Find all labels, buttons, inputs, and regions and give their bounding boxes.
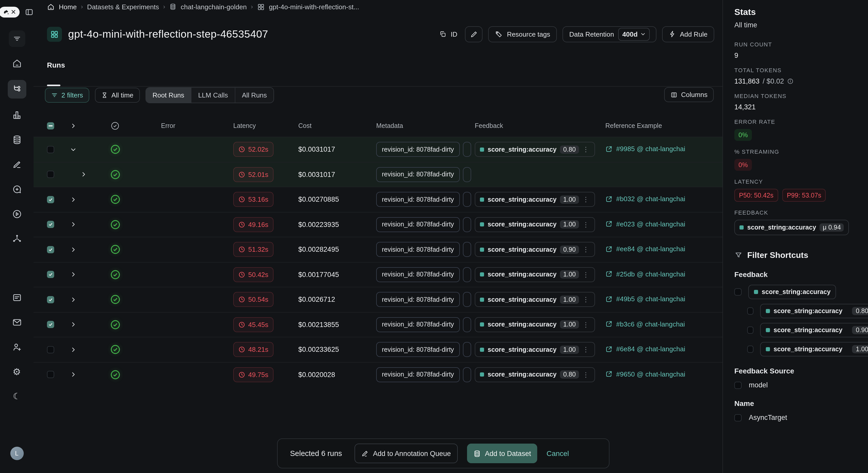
select-all-checkbox[interactable]	[47, 122, 54, 129]
metadata-pill[interactable]: revision_id: 8078fad-dirty	[376, 192, 460, 207]
settings-gear-icon[interactable]: ⚙	[8, 364, 25, 380]
reference-example-link[interactable]: #b032 @ chat-langchai	[605, 195, 685, 203]
feedback-pill[interactable]: score_string:accuracy 1.00 ⋮	[475, 192, 595, 207]
filter-checkbox[interactable]	[734, 381, 742, 389]
row-checkbox[interactable]	[47, 171, 54, 178]
reference-example-link[interactable]: #9650 @ chat-langchai	[605, 370, 685, 378]
breadcrumb-datasets-experiments[interactable]: Datasets & Experiments	[87, 3, 159, 10]
table-row[interactable]: 48.21s $0.00233625 revision_id: 8078fad-…	[34, 337, 722, 362]
table-row[interactable]: 50.42s $0.00177045 revision_id: 8078fad-…	[34, 262, 722, 287]
table-row[interactable]: 50.54s $0.0026712 revision_id: 8078fad-d…	[34, 287, 722, 312]
feedback-filter-pill[interactable]: score_string:accuracy 1.00	[760, 342, 868, 356]
filter-checkbox[interactable]	[747, 308, 753, 315]
filters-button[interactable]: 2 filters	[45, 88, 89, 102]
expand-chevron[interactable]	[70, 347, 76, 353]
expand-chevron[interactable]	[81, 171, 87, 178]
expand-chevron[interactable]	[70, 222, 76, 228]
metadata-pill[interactable]: revision_id: 8078fad-dirty	[376, 267, 460, 282]
dark-mode-moon-icon[interactable]: ☾	[8, 388, 25, 405]
more-options-icon[interactable]: ⋮	[583, 296, 590, 304]
row-checkbox[interactable]	[47, 196, 54, 203]
expand-chevron[interactable]	[70, 322, 76, 328]
table-row[interactable]: 52.02s $0.0031017 revision_id: 8078fad-d…	[34, 137, 722, 162]
feedback-summary-pill[interactable]: score_string:accuracy μ 0.94	[734, 220, 849, 235]
filter-checkbox[interactable]	[747, 346, 753, 353]
metadata-pill[interactable]: revision_id: 8078fad-dirty	[376, 242, 460, 257]
segment-all-runs[interactable]: All Runs	[235, 88, 274, 102]
more-options-icon[interactable]: ⋮	[583, 246, 590, 254]
copy-id-button[interactable]: ID	[437, 26, 460, 42]
add-to-annotation-queue-button[interactable]: Add to Annotation Queue	[354, 444, 458, 463]
expand-chevron[interactable]	[70, 147, 76, 153]
sidebar-item-datasets[interactable]	[8, 131, 25, 148]
more-options-icon[interactable]: ⋮	[583, 221, 590, 228]
feedback-pill[interactable]: score_string:accuracy 0.80 ⋮	[475, 142, 595, 157]
sidebar-item-mail[interactable]	[8, 314, 25, 330]
reference-example-link[interactable]: #6e84 @ chat-langchai	[605, 345, 685, 353]
reference-example-link[interactable]: #9985 @ chat-langchai	[605, 145, 685, 153]
filter-checkbox[interactable]	[734, 288, 742, 295]
edit-title-button[interactable]	[465, 26, 483, 42]
sidebar-item-monitoring[interactable]	[8, 107, 25, 123]
metadata-pill[interactable]: revision_id: 8078fad-dirty	[376, 217, 460, 232]
row-checkbox[interactable]	[47, 296, 54, 303]
segment-llm-calls[interactable]: LLM Calls	[191, 88, 235, 102]
more-options-icon[interactable]: ⋮	[583, 321, 590, 328]
table-row[interactable]: 45.45s $0.00213855 revision_id: 8078fad-…	[34, 312, 722, 337]
reference-example-link[interactable]: #b3c6 @ chat-langchai	[605, 320, 685, 328]
metadata-pill[interactable]: revision_id: 8078fad-dirty	[376, 292, 460, 307]
metadata-pill[interactable]: revision_id: 8078fad-dirty	[376, 342, 460, 357]
metadata-pill[interactable]: revision_id: 8078fad-dirty	[376, 317, 460, 332]
table-row[interactable]: 51.32s $0.00282495 revision_id: 8078fad-…	[34, 237, 722, 262]
resource-tags-button[interactable]: Resource tags	[489, 26, 557, 42]
expand-chevron[interactable]	[70, 196, 76, 203]
expand-chevron[interactable]	[70, 247, 76, 253]
breadcrumb-experiment[interactable]: gpt-4o-mini-with-reflection-st...	[269, 3, 359, 10]
sidebar-item-prompts[interactable]	[8, 181, 25, 197]
add-to-dataset-button[interactable]: Add to Dataset	[467, 444, 537, 463]
metadata-pill[interactable]: revision_id: 8078fad-dirty	[376, 142, 460, 157]
expand-chevron[interactable]	[70, 372, 76, 378]
sidebar-item-playground[interactable]	[8, 206, 25, 222]
feedback-filter-pill[interactable]: score_string:accuracy 0.80	[760, 304, 868, 318]
feedback-pill[interactable]: score_string:accuracy 0.90 ⋮	[475, 242, 595, 257]
feedback-pill[interactable]: score_string:accuracy 1.00 ⋮	[475, 267, 595, 282]
more-options-icon[interactable]: ⋮	[583, 346, 590, 354]
sidebar-item-home[interactable]	[8, 55, 25, 72]
info-icon[interactable]	[787, 78, 794, 85]
reference-example-link[interactable]: #e023 @ chat-langchai	[605, 220, 685, 228]
table-row[interactable]: 53.16s $0.00270885 revision_id: 8078fad-…	[34, 187, 722, 212]
feedback-pill[interactable]: score_string:accuracy 1.00 ⋮	[475, 317, 595, 332]
data-retention-dropdown[interactable]: 400d	[618, 28, 649, 40]
more-options-icon[interactable]: ⋮	[583, 271, 590, 279]
sidebar-item-tracing-projects[interactable]	[7, 80, 26, 98]
expand-chevron[interactable]	[70, 296, 76, 303]
filter-checkbox[interactable]	[734, 414, 742, 421]
table-row[interactable]: 52.01s $0.0031017 revision_id: 8078fad-d…	[34, 162, 722, 187]
row-checkbox[interactable]	[47, 246, 54, 253]
more-options-icon[interactable]: ⋮	[583, 371, 590, 379]
row-checkbox[interactable]	[47, 371, 54, 378]
filter-checkbox[interactable]	[747, 326, 753, 334]
more-options-icon[interactable]: ⋮	[583, 196, 590, 203]
feedback-pill[interactable]: score_string:accuracy 0.80 ⋮	[475, 367, 595, 382]
collapse-sidebar-icon[interactable]	[23, 6, 35, 18]
reference-example-link[interactable]: #ee84 @ chat-langchai	[605, 245, 685, 253]
feedback-filter-pill[interactable]: score_string:accuracy 0.90	[760, 323, 868, 337]
expand-all-chevron[interactable]	[70, 123, 76, 129]
expand-chevron[interactable]	[70, 272, 76, 278]
metadata-pill[interactable]: revision_id: 8078fad-dirty	[376, 167, 460, 182]
sidebar-item-invite-user[interactable]	[8, 339, 25, 355]
tab-runs[interactable]: Runs	[47, 61, 65, 69]
cancel-button[interactable]: Cancel	[547, 449, 569, 458]
row-checkbox[interactable]	[47, 271, 54, 278]
table-row[interactable]: 49.75s $0.0020028 revision_id: 8078fad-d…	[34, 362, 722, 387]
feedback-filter-pill[interactable]: score_string:accuracy	[748, 285, 836, 299]
segment-root-runs[interactable]: Root Runs	[146, 88, 191, 102]
add-rule-button[interactable]: Add Rule	[662, 26, 714, 42]
feedback-pill[interactable]: score_string:accuracy 1.00 ⋮	[475, 217, 595, 232]
feedback-pill[interactable]: score_string:accuracy 1.00 ⋮	[475, 292, 595, 307]
breadcrumb-dataset[interactable]: chat-langchain-golden	[181, 3, 247, 10]
metadata-pill[interactable]: revision_id: 8078fad-dirty	[376, 367, 460, 382]
user-avatar[interactable]: L	[10, 447, 24, 460]
